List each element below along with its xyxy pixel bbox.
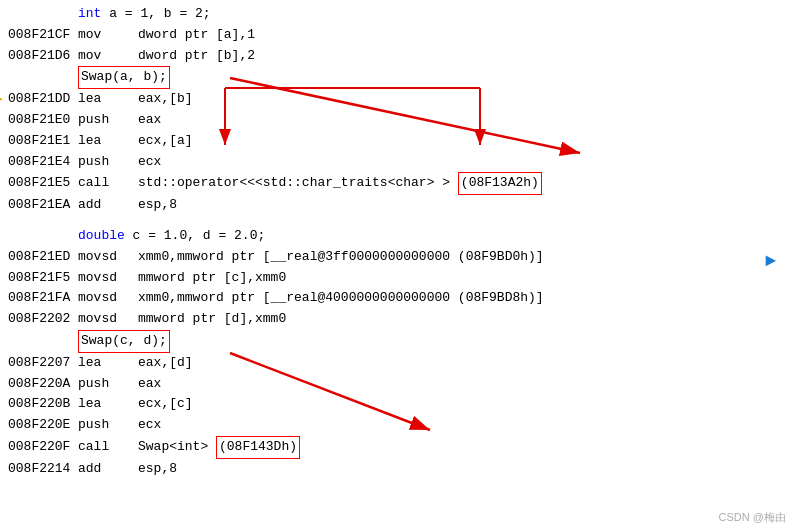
mnemonic-lea-3: lea [78, 353, 138, 374]
mnemonic-movsd-1: movsd [78, 247, 138, 268]
line-008F21CF: 008F21CF mov dword ptr [a],1 [8, 25, 786, 46]
mnemonic-push-1: push [78, 110, 138, 131]
line-008F2202: 008F2202 movsd mmword ptr [d],xmm0 [8, 309, 786, 330]
addr-008F21E4: 008F21E4 [8, 152, 78, 173]
operand-14: eax [138, 374, 161, 395]
mnemonic-add-1: add [78, 195, 138, 216]
line-008F21FA: 008F21FA movsd xmm0,mmword ptr [__real@4… [8, 288, 786, 309]
operand-6: ecx [138, 152, 161, 173]
line-008F21E1: 008F21E1 lea ecx,[a] [8, 131, 786, 152]
operand-1: dword ptr [a],1 [138, 25, 255, 46]
operand-9: xmm0,mmword ptr [__real@3ff0000000000000… [138, 247, 544, 268]
addr-008F220B: 008F220B [8, 394, 78, 415]
mnemonic-call-1: call [78, 173, 138, 194]
line-008F21ED: 008F21ED movsd xmm0,mmword ptr [__real@3… [8, 247, 786, 268]
swap-ab-box: Swap(a, b); [78, 66, 170, 89]
mnemonic-lea-2: lea [78, 131, 138, 152]
source-rest-1: a = 1, b = 2; [101, 4, 210, 25]
addr-008F2214: 008F2214 [8, 459, 78, 480]
mnemonic-push-3: push [78, 374, 138, 395]
operand-4: eax [138, 110, 161, 131]
line-008F21F5: 008F21F5 movsd mmword ptr [c],xmm0 [8, 268, 786, 289]
operand-12: mmword ptr [d],xmm0 [138, 309, 286, 330]
addr-008F21CF: 008F21CF [8, 25, 78, 46]
addr-008F21E5: 008F21E5 [8, 173, 78, 194]
target-08F13A2h: (08F13A2h) [458, 172, 542, 195]
operand-11: xmm0,mmword ptr [__real@4000000000000000… [138, 288, 544, 309]
addr-008F2202: 008F2202 [8, 309, 78, 330]
line-008F220B: 008F220B lea ecx,[c] [8, 394, 786, 415]
addr-008F21E0: 008F21E0 [8, 110, 78, 131]
addr-008F21EA: 008F21EA [8, 195, 78, 216]
source-rest-2: c = 1.0, d = 2.0; [125, 226, 265, 247]
mnemonic-lea-4: lea [78, 394, 138, 415]
addr-008F21FA: 008F21FA [8, 288, 78, 309]
line-008F220E: 008F220E push ecx [8, 415, 786, 436]
mnemonic-mov-2: mov [78, 46, 138, 67]
addr-008F21E1: 008F21E1 [8, 131, 78, 152]
line-source-int: int a = 1, b = 2; [8, 4, 786, 25]
code-area: int a = 1, b = 2; 008F21CF mov dword ptr… [0, 0, 794, 484]
mnemonic-call-2: call [78, 437, 138, 458]
mnemonic-push-2: push [78, 152, 138, 173]
separator-1 [8, 216, 786, 226]
addr-008F21DD: 008F21DD [8, 89, 78, 110]
line-008F2214: 008F2214 add esp,8 [8, 459, 786, 480]
mnemonic-movsd-4: movsd [78, 309, 138, 330]
operand-2: dword ptr [b],2 [138, 46, 255, 67]
line-swap-cd: Swap(c, d); [8, 330, 786, 353]
addr-008F21ED: 008F21ED [8, 247, 78, 268]
watermark: CSDN @梅由 [719, 510, 786, 525]
line-008F21E0: 008F21E0 push eax [8, 110, 786, 131]
current-line-arrow: ➤ [0, 89, 4, 115]
line-008F220F: 008F220F call Swap<int> (08F143Dh) [8, 436, 786, 459]
target-08F143Dh: (08F143Dh) [216, 436, 300, 459]
keyword-double: double [78, 226, 125, 247]
operand-17: Swap<int> [138, 437, 216, 458]
line-008F21D6: 008F21D6 mov dword ptr [b],2 [8, 46, 786, 67]
line-008F2207: 008F2207 lea eax,[d] [8, 353, 786, 374]
operand-5: ecx,[a] [138, 131, 193, 152]
operand-8: esp,8 [138, 195, 177, 216]
line-swap-ab: Swap(a, b); [8, 66, 786, 89]
line-source-double: double c = 1.0, d = 2.0; [8, 226, 786, 247]
mnemonic-movsd-2: movsd [78, 268, 138, 289]
addr-008F220A: 008F220A [8, 374, 78, 395]
line-008F220A: 008F220A push eax [8, 374, 786, 395]
mnemonic-add-2: add [78, 459, 138, 480]
addr-008F21D6: 008F21D6 [8, 46, 78, 67]
addr-008F21F5: 008F21F5 [8, 268, 78, 289]
line-008F21EA: 008F21EA add esp,8 [8, 195, 786, 216]
operand-13: eax,[d] [138, 353, 193, 374]
line-008F21DD: ➤ 008F21DD lea eax,[b] [8, 89, 786, 110]
operand-18: esp,8 [138, 459, 177, 480]
operand-15: ecx,[c] [138, 394, 193, 415]
operand-3: eax,[b] [138, 89, 193, 110]
keyword-int: int [78, 4, 101, 25]
line-008F21E5: 008F21E5 call std::operator<<<std::char_… [8, 172, 786, 195]
addr-008F220E: 008F220E [8, 415, 78, 436]
operand-10: mmword ptr [c],xmm0 [138, 268, 286, 289]
operand-7: std::operator<<<std::char_traits<char> > [138, 173, 458, 194]
line-008F21E4: 008F21E4 push ecx [8, 152, 786, 173]
addr-008F220F: 008F220F [8, 437, 78, 458]
mnemonic-mov-1: mov [78, 25, 138, 46]
mnemonic-lea-1: lea [78, 89, 138, 110]
operand-16: ecx [138, 415, 161, 436]
mnemonic-push-4: push [78, 415, 138, 436]
swap-cd-box: Swap(c, d); [78, 330, 170, 353]
mnemonic-movsd-3: movsd [78, 288, 138, 309]
addr-008F2207: 008F2207 [8, 353, 78, 374]
